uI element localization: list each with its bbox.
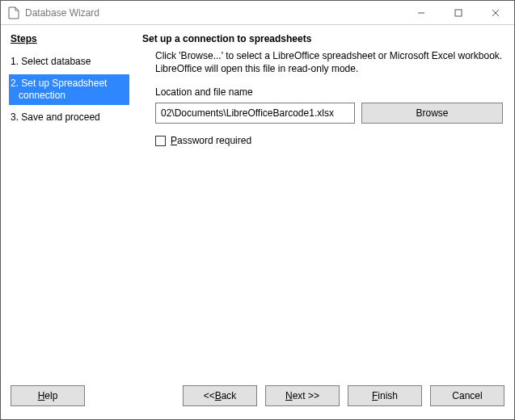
window-title: Database Wizard xyxy=(25,7,403,19)
app-icon xyxy=(7,6,20,19)
password-label: Password required xyxy=(171,135,251,146)
main-panel: Set up a connection to spreadsheets Clic… xyxy=(134,25,514,380)
titlebar: Database Wizard xyxy=(1,1,514,25)
main-heading: Set up a connection to spreadsheets xyxy=(142,33,503,44)
finish-button[interactable]: Finish xyxy=(348,385,422,406)
next-button[interactable]: Next >> xyxy=(265,385,340,406)
footer: Help << Back Next >> Finish Cancel xyxy=(1,380,514,419)
steps-heading: Steps xyxy=(9,33,129,44)
browse-button[interactable]: Browse xyxy=(361,103,503,124)
step-save-proceed[interactable]: 3. Save and proceed xyxy=(9,108,129,127)
cancel-button[interactable]: Cancel xyxy=(430,385,504,406)
wizard-body: Steps 1. Select database 2. Set up Sprea… xyxy=(1,25,514,380)
svg-rect-1 xyxy=(455,10,462,16)
step-spreadsheet-connection[interactable]: 2. Set up Spreadsheet connection xyxy=(9,74,129,105)
password-row: Password required xyxy=(155,135,503,146)
step-select-database[interactable]: 1. Select database xyxy=(9,52,129,71)
help-button[interactable]: Help xyxy=(11,385,85,406)
maximize-button[interactable] xyxy=(440,1,477,24)
main-description: Click 'Browse...' to select a LibreOffic… xyxy=(155,49,503,75)
steps-sidebar: Steps 1. Select database 2. Set up Sprea… xyxy=(1,25,134,380)
wizard-window: Database Wizard Steps 1. Select database… xyxy=(0,0,515,420)
location-input[interactable] xyxy=(155,103,355,124)
location-row: Browse xyxy=(155,103,503,124)
minimize-button[interactable] xyxy=(403,1,440,24)
location-label: Location and file name xyxy=(155,86,503,98)
window-controls xyxy=(403,1,514,24)
back-button[interactable]: << Back xyxy=(183,385,257,406)
close-button[interactable] xyxy=(477,1,514,24)
password-checkbox[interactable] xyxy=(155,136,166,146)
